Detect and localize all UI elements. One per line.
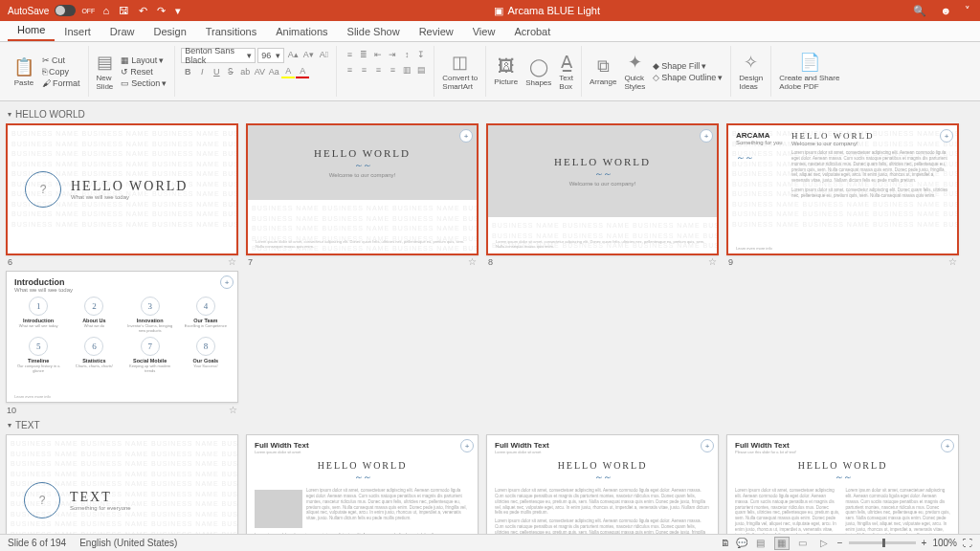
slide-12[interactable]: Full Width Text Lorem ipsum dolor sit am… [246,434,479,534]
arrange-button[interactable]: ⧉Arrange [588,55,618,88]
reset-button[interactable]: ↺Reset [119,66,168,77]
zoom-in-button[interactable]: + [922,538,927,548]
indent-dec-button[interactable]: ⇤ [371,48,385,61]
zoom-out-button[interactable]: − [837,538,843,548]
columns-button[interactable]: ▥ [400,63,413,77]
align-text-button[interactable]: ▤ [414,63,428,77]
reading-view-button[interactable]: ▭ [795,537,811,550]
shadow-button[interactable]: ab [238,65,252,78]
ribbon-options-icon[interactable]: ˅ [963,5,972,17]
animation-indicator-icon[interactable]: ☆ [468,256,477,267]
tab-home[interactable]: Home [8,20,55,41]
indent-inc-button[interactable]: ⇥ [386,48,399,61]
section-text[interactable]: TEXT [6,416,974,434]
font-size-combo[interactable]: 96 ▾ [257,48,284,63]
zoom-level[interactable]: 100% [932,538,957,548]
slideshow-view-button[interactable]: ▷ [816,537,832,550]
copy-button[interactable]: ⎘Copy [40,66,82,77]
sorter-view-button[interactable]: ▦ [774,537,790,550]
design-ideas-button[interactable]: ✧Design Ideas [737,50,765,93]
slide-11[interactable]: BUSINESS NAME BUSINESS NAME BUSINESS NAM… [6,434,238,534]
account-icon[interactable]: ☻ [938,5,953,17]
picture-button[interactable]: 🖼Picture [492,55,520,88]
quick-styles-button[interactable]: ✦Quick Styles [622,50,647,93]
slide-expand-icon[interactable]: + [220,276,234,289]
text-direction-button[interactable]: ↧ [414,48,428,61]
fit-window-button[interactable]: ⛶ [963,538,972,548]
zoom-slider[interactable] [849,541,916,544]
redo-icon[interactable]: ↷ [155,5,167,17]
line-spacing-button[interactable]: ↕ [400,48,413,61]
slide-13[interactable]: Full Width Text Lorem ipsum dolor sit am… [486,434,719,534]
tab-acrobat[interactable]: Acrobat [504,22,560,41]
normal-view-button[interactable]: ▤ [753,537,768,550]
align-center-button[interactable]: ≡ [357,63,370,77]
notes-button[interactable]: 🗎 [721,538,730,548]
shape-fill-button[interactable]: ◆Shape Fill ▾ [651,60,724,72]
animation-indicator-icon[interactable]: ☆ [229,405,237,415]
home-icon[interactable]: ⌂ [100,5,111,16]
slide-6[interactable]: BUSINESS NAME BUSINESS NAME BUSINESS NAM… [6,123,238,255]
cut-button[interactable]: ✂Cut [40,55,82,66]
slide-expand-icon[interactable]: + [700,129,713,143]
slide-expand-icon[interactable]: + [701,439,714,452]
animation-indicator-icon[interactable]: ☆ [708,256,717,267]
highlight-button[interactable]: A [281,65,295,78]
tab-transitions[interactable]: Transitions [196,22,266,41]
language-status[interactable]: English (United States) [79,538,177,548]
case-button[interactable]: Aa [267,65,280,78]
font-name-combo[interactable]: Benton Sans Black ▾ [181,48,256,63]
slide-counter[interactable]: Slide 6 of 194 [8,538,66,548]
format-painter-button[interactable]: 🖌Format [40,77,82,89]
slide-8[interactable]: HELLO WORLD ～～ Welcome to our company! B… [486,123,719,255]
tab-review[interactable]: Review [410,22,463,41]
new-slide-button[interactable]: ▤New Slide [95,50,116,93]
bold-button[interactable]: B [181,65,194,78]
slide-sorter-view[interactable]: HELLO WORLD BUSINESS NAME BUSINESS NAME … [0,101,980,534]
tab-design[interactable]: Design [145,22,196,41]
font-color-button[interactable]: A [296,65,309,78]
section-hello-world[interactable]: HELLO WORLD [6,105,974,123]
search-icon[interactable]: 🔍 [911,5,928,17]
convert-smartart-button[interactable]: ◫Convert to SmartArt [440,50,479,93]
save-icon[interactable]: 🖫 [117,5,131,16]
tab-view[interactable]: View [463,22,505,41]
section-button[interactable]: ▭Section ▾ [119,77,168,89]
autosave-toggle[interactable] [55,5,76,16]
slide-14[interactable]: Full Width Text Please use this slide fo… [726,434,959,534]
animation-indicator-icon[interactable]: ☆ [948,256,957,267]
slide-9[interactable]: BUSINESS NAME BUSINESS NAME BUSINESS NAM… [726,123,959,255]
textbox-button[interactable]: A̲Text Box [557,50,575,93]
justify-button[interactable]: ≡ [386,63,399,77]
underline-button[interactable]: U [210,65,223,78]
slide-10[interactable]: Introduction What we will see today 1Int… [6,271,238,403]
bullets-button[interactable]: ≡ [343,48,356,61]
tab-animations[interactable]: Animations [266,22,337,41]
tab-draw[interactable]: Draw [100,22,145,41]
adobe-pdf-button[interactable]: 📄Create and Share Adobe PDF [777,50,841,93]
grow-font-button[interactable]: A▴ [286,48,300,61]
slide-expand-icon[interactable]: + [459,129,473,143]
strike-button[interactable]: S̶ [224,65,237,78]
tab-slideshow[interactable]: Slide Show [338,22,410,41]
layout-button[interactable]: ▦Layout ▾ [119,55,168,66]
clear-format-button[interactable]: A⃠ [317,48,330,61]
qat-dropdown-icon[interactable]: ▾ [173,5,183,17]
align-left-button[interactable]: ≡ [343,63,356,77]
italic-button[interactable]: I [195,65,209,78]
slide-expand-icon[interactable]: + [460,439,474,452]
shrink-font-button[interactable]: A▾ [301,48,315,61]
animation-indicator-icon[interactable]: ☆ [228,256,236,267]
paste-button[interactable]: 📋Paste [11,55,36,89]
slide-7[interactable]: HELLO WORLD ～～ Welcome to our company! B… [246,123,479,255]
slide-title: Full Width Text [495,441,710,450]
numbering-button[interactable]: ≣ [357,48,370,61]
slide-expand-icon[interactable]: + [941,439,954,452]
spacing-button[interactable]: AV [253,65,266,78]
shape-outline-button[interactable]: ◇Shape Outline ▾ [651,72,724,83]
shapes-button[interactable]: ◯Shapes [523,55,553,89]
align-right-button[interactable]: ≡ [371,63,385,77]
tab-insert[interactable]: Insert [55,22,100,41]
undo-icon[interactable]: ↶ [137,5,149,17]
comments-button[interactable]: 💬 [736,538,747,548]
